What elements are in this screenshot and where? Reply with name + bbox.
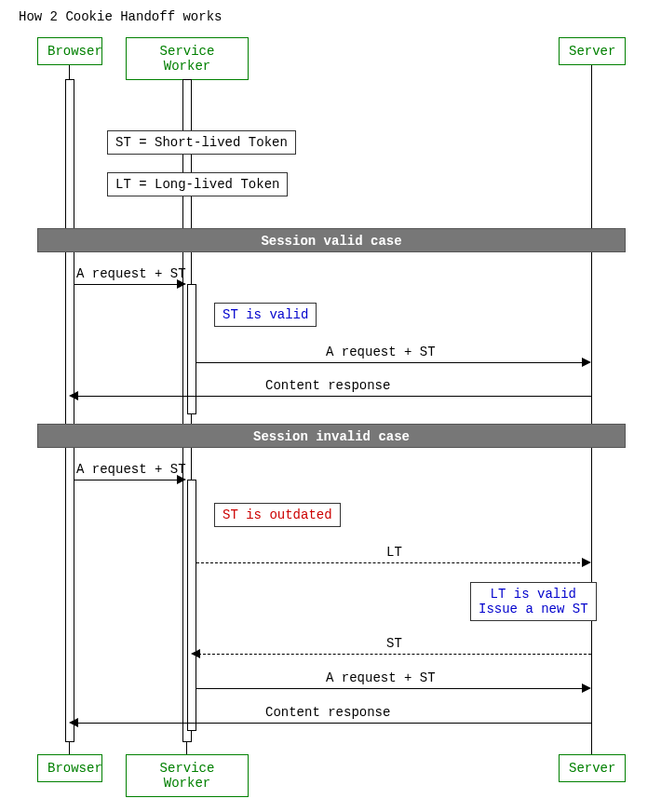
arrow-server-browser-2	[76, 723, 591, 724]
msg-label: LT	[386, 545, 402, 560]
participant-browser-bottom: Browser	[37, 754, 102, 782]
arrow-sw-server-lt	[196, 562, 585, 563]
arrow-browser-sw-1	[74, 284, 180, 285]
activation-sw-valid	[187, 284, 196, 414]
note-lt-def: LT = Long-lived Token	[107, 172, 288, 196]
participant-label: Server	[569, 44, 615, 59]
arrow-server-browser-1	[76, 396, 591, 397]
arrowhead-icon	[69, 718, 78, 727]
participant-label: Service Worker	[160, 761, 215, 791]
participant-server-top: Server	[559, 37, 626, 65]
arrowhead-icon	[177, 279, 186, 289]
lifeline-server	[591, 65, 592, 754]
participant-server-bottom: Server	[559, 754, 626, 782]
arrowhead-icon	[177, 475, 186, 484]
arrow-server-sw-st	[198, 654, 591, 655]
arrowhead-icon	[582, 358, 591, 367]
note-lt-valid: LT is valid Issue a new ST	[470, 582, 597, 621]
activation-browser	[65, 79, 74, 742]
msg-label: ST	[386, 636, 402, 651]
arrowhead-icon	[191, 649, 200, 658]
arrow-browser-sw-2	[74, 480, 180, 480]
participant-label: Service Worker	[160, 44, 215, 74]
arrowhead-icon	[582, 558, 591, 567]
activation-sw-invalid	[187, 480, 196, 731]
divider-invalid: Session invalid case	[37, 424, 626, 448]
divider-valid: Session valid case	[37, 228, 626, 252]
note-st-def: ST = Short-lived Token	[107, 130, 296, 155]
participant-label: Browser	[47, 761, 102, 776]
participant-service-worker-bottom: Service Worker	[126, 754, 249, 797]
msg-label: A request + ST	[326, 670, 436, 685]
note-line: Issue a new ST	[479, 602, 588, 616]
diagram-title: How 2 Cookie Handoff works	[19, 9, 222, 24]
msg-label: A request + ST	[76, 266, 186, 281]
sequence-diagram: How 2 Cookie Handoff works Browser Servi…	[0, 0, 661, 812]
participant-browser-top: Browser	[37, 37, 102, 65]
note-st-outdated: ST is outdated	[214, 503, 341, 527]
msg-label: A request + ST	[76, 462, 186, 477]
note-line: LT is valid	[479, 587, 588, 602]
participant-label: Server	[569, 761, 615, 776]
arrowhead-icon	[582, 683, 591, 693]
arrow-sw-server-2	[196, 688, 585, 689]
participant-label: Browser	[47, 44, 102, 59]
msg-label: Content response	[265, 378, 390, 393]
participant-service-worker-top: Service Worker	[126, 37, 249, 80]
arrow-sw-server-1	[196, 362, 585, 363]
msg-label: Content response	[265, 705, 390, 720]
msg-label: A request + ST	[326, 345, 436, 359]
arrowhead-icon	[69, 391, 78, 400]
note-st-valid: ST is valid	[214, 303, 317, 327]
